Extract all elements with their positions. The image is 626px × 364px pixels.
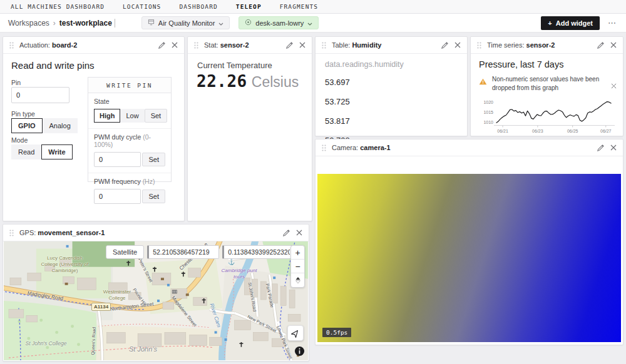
close-icon[interactable] xyxy=(610,42,617,48)
stat-unit: Celsius xyxy=(252,74,299,91)
workspace-select[interactable]: Air Quality Monitor xyxy=(141,16,230,29)
svg-text:06/25: 06/25 xyxy=(567,129,578,133)
workspace-select-label: Air Quality Monitor xyxy=(158,19,215,27)
stat-value: 22.26 xyxy=(197,72,247,91)
nav-item-all-machines-dashboard[interactable]: ALL MACHINES DASHBOARD xyxy=(11,3,105,10)
teleop-screen: ALL MACHINES DASHBOARD LOCATIONS DASHBOA… xyxy=(0,0,626,364)
add-widget-button[interactable]: + Add widget xyxy=(541,16,600,30)
state-high-button[interactable]: High xyxy=(94,109,120,123)
warning-text: Non-numeric sensor values have been drop… xyxy=(492,75,600,93)
chart-title: Pressure, last 7 days xyxy=(479,59,563,69)
plus-icon: + xyxy=(548,19,552,27)
actuation-heading: Read and write pins xyxy=(11,60,95,71)
museum-icon xyxy=(172,290,177,294)
timeseries-body: Pressure, last 7 days Non-numeric sensor… xyxy=(471,54,623,136)
pwm-duty-set-button[interactable]: Set xyxy=(142,153,165,166)
zoom-out-button[interactable]: − xyxy=(291,260,304,273)
camera-stream-image: 0.5fps xyxy=(317,174,621,342)
pin-type-label: Pin type xyxy=(11,110,35,118)
mode-write-button[interactable]: Write xyxy=(41,144,72,159)
toolbar: Workspaces › test-workplace Air Quality … xyxy=(0,14,626,33)
pwm-duty-input[interactable] xyxy=(94,152,141,167)
edit-pencil-icon[interactable] xyxy=(282,229,290,237)
breadcrumb-current-workspace[interactable]: test-workplace xyxy=(59,19,115,28)
pin-type-gpio-button[interactable]: GPIO xyxy=(11,118,43,133)
breadcrumb-separator: › xyxy=(53,19,56,28)
camera-header: Camera: camera-1 xyxy=(316,139,623,156)
table-row: 53.725 xyxy=(325,97,350,106)
top-nav: ALL MACHINES DASHBOARD LOCATIONS DASHBOA… xyxy=(0,0,626,14)
pin-input[interactable] xyxy=(11,87,69,103)
state-section: State High Low Set xyxy=(88,93,171,129)
edit-pencil-icon[interactable] xyxy=(158,41,166,49)
state-set-button[interactable]: Set xyxy=(145,109,168,123)
nav-item-teleop[interactable]: TELEOP xyxy=(236,3,262,10)
drag-handle-icon[interactable] xyxy=(9,230,14,236)
edit-pencil-icon[interactable] xyxy=(285,41,294,49)
nav-item-locations[interactable]: LOCATIONS xyxy=(123,3,161,10)
latitude-input[interactable] xyxy=(147,245,219,259)
widget-title: GPS: movement_sensor-1 xyxy=(19,229,105,236)
pwm-frequency-label: PWM frequency xyxy=(94,178,141,185)
edit-pencil-icon[interactable] xyxy=(597,144,605,152)
machine-select-label: desk-sam-lowry xyxy=(255,19,304,27)
drag-handle-icon[interactable] xyxy=(9,42,14,49)
svg-text:06/23: 06/23 xyxy=(532,129,543,133)
state-label: State xyxy=(94,98,165,105)
map-canvas[interactable]: Madingley Road Lucy Cavendish College (U… xyxy=(4,241,308,360)
close-icon[interactable] xyxy=(296,230,302,236)
info-icon xyxy=(294,346,305,356)
widget-actuation: Actuation: board-2 Read and write pins P… xyxy=(3,36,185,221)
table-row: 53.697 xyxy=(325,78,350,87)
pitch-control-button[interactable] xyxy=(291,273,304,287)
pwm-frequency-set-button[interactable]: Set xyxy=(142,190,165,203)
widget-gps: GPS: movement_sensor-1 xyxy=(3,224,309,361)
mode-read-button[interactable]: Read xyxy=(11,144,41,159)
breadcrumb-workspaces[interactable]: Workspaces xyxy=(8,19,49,28)
longitude-input[interactable] xyxy=(222,245,294,259)
stat-metric-label: Current Temperature xyxy=(197,61,272,70)
edit-pencil-icon[interactable] xyxy=(441,41,449,49)
svg-text:1010: 1010 xyxy=(483,120,493,124)
write-pin-header: WRITE PIN xyxy=(88,78,171,93)
drag-handle-icon[interactable] xyxy=(194,42,198,49)
workspace-icon xyxy=(148,19,155,27)
nav-item-fragments[interactable]: FRAGMENTS xyxy=(280,3,318,10)
svg-text:06/21: 06/21 xyxy=(497,129,508,133)
zoom-in-button[interactable]: + xyxy=(291,246,304,260)
drag-handle-icon[interactable] xyxy=(477,42,481,49)
widget-title: Actuation: board-2 xyxy=(19,41,77,49)
drag-handle-icon[interactable] xyxy=(322,42,326,49)
edit-pencil-icon[interactable] xyxy=(597,41,605,49)
pwm-frequency-input[interactable] xyxy=(94,189,141,204)
nav-item-dashboard[interactable]: DASHBOARD xyxy=(179,3,217,10)
state-low-button[interactable]: Low xyxy=(120,109,144,123)
close-icon[interactable] xyxy=(454,42,461,48)
warning-icon xyxy=(479,76,487,88)
more-options-button[interactable]: ⋯ xyxy=(608,18,617,28)
svg-text:1015: 1015 xyxy=(483,110,493,114)
warning-dismiss-icon[interactable] xyxy=(611,80,617,91)
mode-toggle: Read Write xyxy=(11,144,73,159)
close-icon[interactable] xyxy=(610,144,617,151)
locate-button[interactable] xyxy=(287,325,304,341)
table-header: Table: Humidity xyxy=(316,37,467,54)
actuation-header: Actuation: board-2 xyxy=(3,37,184,54)
map-info-button[interactable] xyxy=(294,346,305,356)
pin-type-analog-button[interactable]: Analog xyxy=(43,118,78,133)
pwm-frequency-unit: (Hz) xyxy=(143,178,155,185)
map-control-bar: Satellite xyxy=(106,245,294,259)
warning-banner: Non-numeric sensor values have been drop… xyxy=(479,75,617,93)
gps-header: GPS: movement_sensor-1 xyxy=(3,225,309,241)
map-label-a1134-ref: A1134 xyxy=(91,303,111,311)
map-base-layer xyxy=(4,241,308,360)
chevron-down-icon xyxy=(307,19,312,27)
mode-label: Mode xyxy=(11,136,28,144)
satellite-toggle-button[interactable]: Satellite xyxy=(106,245,144,259)
machine-select[interactable]: desk-sam-lowry xyxy=(239,16,319,29)
stat-header: Stat: sensor-2 xyxy=(188,37,312,54)
close-icon[interactable] xyxy=(299,42,305,48)
drag-handle-icon[interactable] xyxy=(322,144,326,151)
widget-stat: Stat: sensor-2 Current Temperature 22.26… xyxy=(187,36,312,221)
close-icon[interactable] xyxy=(172,42,178,48)
